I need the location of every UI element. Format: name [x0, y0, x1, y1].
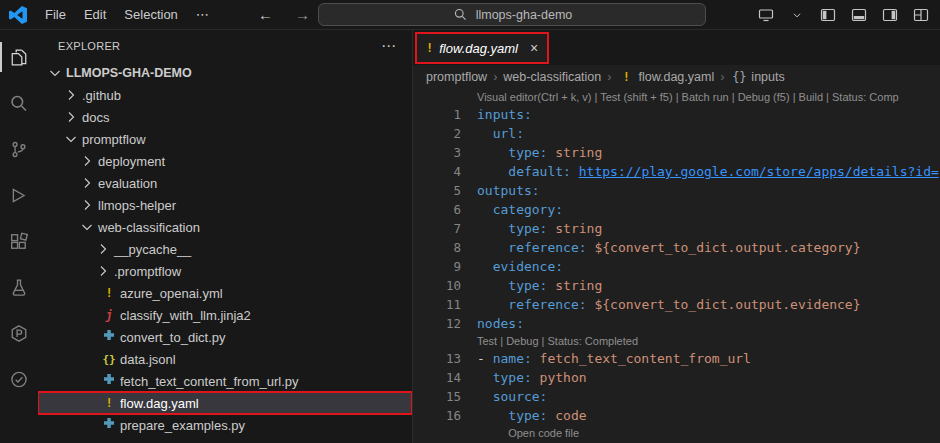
- toggle-secondary-sidebar-icon[interactable]: [881, 7, 899, 23]
- sidebar-header: EXPLORER ⋯: [38, 30, 412, 62]
- explorer-title: EXPLORER: [58, 40, 120, 52]
- tree-item-evaluation[interactable]: evaluation: [38, 172, 412, 194]
- code-content[interactable]: default: https://play.google.com/store/a…: [461, 162, 939, 181]
- activity-search[interactable]: [0, 80, 38, 126]
- menu-file[interactable]: File: [36, 7, 75, 22]
- activity-extensions[interactable]: [0, 218, 38, 264]
- code-line: 15 source:: [413, 387, 940, 406]
- tab-label: flow.dag.yaml: [439, 41, 518, 56]
- code-token: [477, 259, 493, 274]
- breadcrumb-separator: ›: [720, 70, 724, 84]
- monitor-dropdown-icon[interactable]: [757, 7, 775, 23]
- line-number: 14: [413, 368, 461, 387]
- code-content[interactable]: type: string: [461, 276, 602, 295]
- breadcrumb-flow-dag-yaml[interactable]: !flow.dag.yaml: [617, 70, 714, 84]
- tree-item-label: .promptflow: [114, 264, 181, 279]
- breadcrumb-inputs[interactable]: {}inputs: [730, 70, 784, 84]
- menu-more[interactable]: ⋯: [187, 7, 218, 22]
- code-line: 13- name: fetch_text_content_from_url: [413, 349, 940, 368]
- code-token: default:: [508, 164, 571, 179]
- tree-item-deployment[interactable]: deployment: [38, 150, 412, 172]
- activity-run-debug[interactable]: [0, 172, 38, 218]
- tree-item-promptflow[interactable]: promptflow: [38, 128, 412, 150]
- line-number: 2: [413, 124, 461, 143]
- code-content[interactable]: category:: [461, 200, 563, 219]
- explorer-icon: [10, 47, 28, 68]
- code-token: outputs:: [477, 183, 540, 198]
- code-content[interactable]: - name: fetch_text_content_from_url: [461, 349, 751, 368]
- tree-item-convert-to-dict-py[interactable]: convert_to_dict.py: [38, 326, 412, 348]
- toggle-primary-sidebar-icon[interactable]: [819, 7, 837, 23]
- code-content[interactable]: type: string: [461, 219, 602, 238]
- customize-layout-icon[interactable]: [912, 7, 930, 23]
- code-token: [477, 408, 508, 423]
- tree-item-llmops-gha-demo[interactable]: LLMOPS-GHA-DEMO: [38, 62, 412, 84]
- code-line: 12nodes:: [413, 314, 940, 333]
- breadcrumb-promptflow[interactable]: promptflow: [426, 70, 487, 84]
- tree-item-pycache[interactable]: __pycache__: [38, 238, 412, 260]
- code-content[interactable]: nodes:: [461, 314, 524, 333]
- tree-item-flow-dag-yaml[interactable]: !flow.dag.yaml: [38, 392, 412, 414]
- line-number: 11: [413, 295, 461, 314]
- menu-selection[interactable]: Selection: [115, 7, 186, 22]
- code-line: 6 category:: [413, 200, 940, 219]
- tree-item-azure-openai-yml[interactable]: !azure_openai.yml: [38, 282, 412, 304]
- tree-item-label: fetch_text_content_from_url.py: [120, 374, 299, 389]
- command-center-search[interactable]: llmops-gha-demo: [318, 3, 706, 26]
- close-icon[interactable]: ×: [530, 40, 538, 56]
- chevron-right-icon: [78, 175, 96, 191]
- activity-promptflow[interactable]: [0, 310, 38, 356]
- code-content[interactable]: url:: [461, 124, 524, 143]
- code-token: -: [477, 351, 493, 366]
- menu-edit[interactable]: Edit: [75, 7, 115, 22]
- code-token: ${convert_to_dict.output.category}: [587, 240, 861, 255]
- activity-explorer[interactable]: [0, 34, 38, 80]
- code-content[interactable]: reference: ${convert_to_dict.output.evid…: [461, 295, 861, 314]
- tree-item-promptflow[interactable]: .promptflow: [38, 260, 412, 282]
- breadcrumb-web-classification[interactable]: web-classification: [503, 70, 601, 84]
- chevron-down-icon[interactable]: [788, 10, 806, 20]
- tree-item-web-classification[interactable]: web-classification: [38, 216, 412, 238]
- code-token: [477, 389, 493, 404]
- tree-item-label: __pycache__: [114, 242, 191, 257]
- toggle-panel-icon[interactable]: [850, 7, 868, 23]
- tree-item-llmops-helper[interactable]: llmops-helper: [38, 194, 412, 216]
- more-actions-icon[interactable]: ⋯: [381, 37, 396, 55]
- codelens-row: Visual editor(Ctrl + k, v) | Test (shift…: [413, 89, 940, 105]
- chevron-right-icon: [78, 197, 96, 213]
- activity-testing[interactable]: [0, 264, 38, 310]
- code-content[interactable]: type: python: [461, 368, 587, 387]
- tab-flow-dag-yaml[interactable]: ! flow.dag.yaml ×: [417, 34, 547, 62]
- code-content[interactable]: type: code: [461, 406, 587, 425]
- breadcrumb-label: web-classification: [503, 70, 601, 84]
- tree-item-fetch-text-content-from-url-py[interactable]: fetch_text_content_from_url.py: [38, 370, 412, 392]
- tree-item-docs[interactable]: docs: [38, 106, 412, 128]
- code-content[interactable]: inputs:: [461, 105, 532, 124]
- codelens-actions[interactable]: Visual editor(Ctrl + k, v) | Test (shift…: [461, 89, 899, 105]
- line-number: 6: [413, 200, 461, 219]
- code-content[interactable]: reference: ${convert_to_dict.output.cate…: [461, 238, 861, 257]
- explorer-sidebar: EXPLORER ⋯ LLMOPS-GHA-DEMO.githubdocspro…: [38, 30, 413, 443]
- breadcrumb-separator: ›: [493, 70, 497, 84]
- code-content[interactable]: outputs:: [461, 181, 540, 200]
- back-arrow-icon[interactable]: ←: [258, 6, 273, 23]
- forward-arrow-icon[interactable]: →: [295, 6, 310, 23]
- testing-icon: [10, 277, 28, 298]
- code-editor[interactable]: Visual editor(Ctrl + k, v) | Test (shift…: [413, 89, 940, 443]
- code-content[interactable]: source:: [461, 387, 547, 406]
- code-token: evidence:: [493, 259, 563, 274]
- activity-azure[interactable]: [0, 356, 38, 402]
- codelens-actions[interactable]: Open code file: [461, 425, 579, 441]
- code-content[interactable]: type: string: [461, 143, 602, 162]
- code-token: ${convert_to_dict.output.evidence}: [587, 297, 861, 312]
- chevron-right-icon: [94, 263, 112, 279]
- tree-item-classify-with-llm-jinja2[interactable]: jclassify_with_llm.jinja2: [38, 304, 412, 326]
- codelens-actions[interactable]: Test | Debug | Status: Completed: [461, 333, 638, 349]
- tree-item-prepare-examples-py[interactable]: prepare_examples.py: [38, 414, 412, 436]
- yaml-file-icon: !: [100, 286, 118, 300]
- tree-item-github[interactable]: .github: [38, 84, 412, 106]
- tree-item-label: data.jsonl: [120, 352, 176, 367]
- code-content[interactable]: evidence:: [461, 257, 563, 276]
- activity-source-control[interactable]: [0, 126, 38, 172]
- tree-item-data-jsonl[interactable]: {}data.jsonl: [38, 348, 412, 370]
